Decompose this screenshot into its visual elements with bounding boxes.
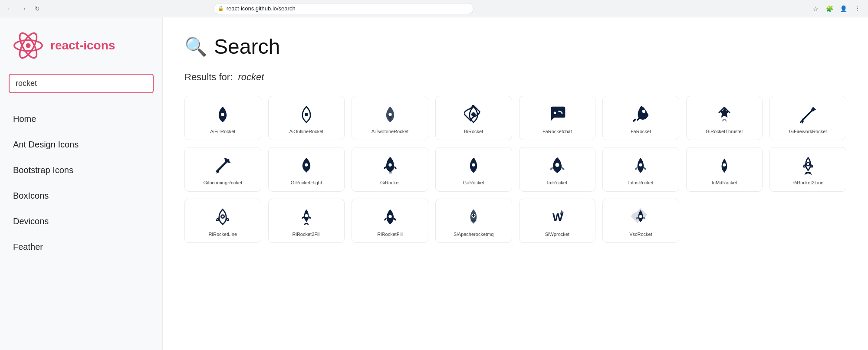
svg-point-12: [305, 164, 308, 167]
icon-label: RiRocketLine: [209, 231, 237, 237]
GiFireworkRocket-icon: [799, 105, 818, 124]
icon-card-RiRocketFill[interactable]: RiRocketFill: [352, 199, 428, 243]
icon-label: ImRocket: [547, 180, 567, 186]
icon-card-VscRocket[interactable]: VscRocket: [602, 199, 679, 243]
AiFillRocket-icon: [213, 105, 232, 124]
icon-label: FaRocket: [631, 128, 651, 134]
svg-point-21: [388, 215, 391, 218]
svg-point-19: [221, 215, 224, 218]
icon-label: SiApacherocketmq: [454, 231, 493, 237]
sidebar: react-icons Home Ant Design Icons Bootst…: [0, 17, 163, 350]
icon-card-IoMdRocket[interactable]: IoMdRocket: [686, 147, 763, 191]
icon-card-AiOutlineRocket[interactable]: AiOutlineRocket: [268, 96, 345, 140]
svg-point-18: [806, 163, 809, 166]
icon-label: SiWprocket: [545, 231, 569, 237]
icon-card-RiRocket2Line[interactable]: RiRocket2Line: [769, 147, 846, 191]
icon-card-SiApacherocketmq[interactable]: SiApacherocketmq: [435, 199, 512, 243]
results-for: Results for: rocket: [184, 72, 846, 83]
GiIncomingRocket-icon: [213, 156, 232, 175]
bookmark-star-icon[interactable]: ☆: [811, 3, 821, 14]
icon-card-FaRocketchat[interactable]: FaRocketchat: [519, 96, 596, 140]
icon-card-GiFireworkRocket[interactable]: GiFireworkRocket: [769, 96, 846, 140]
icon-label: FaRocketchat: [542, 128, 572, 134]
icon-label: GiIncomingRocket: [203, 180, 242, 186]
ImRocket-icon: [548, 156, 567, 175]
svg-point-14: [472, 164, 475, 167]
svg-point-15: [555, 163, 559, 167]
results-label-text: Results for:: [184, 72, 233, 82]
GiRocket-icon: [381, 156, 400, 175]
icon-label: GiFireworkRocket: [789, 128, 827, 134]
icon-card-AiTwotoneRocket[interactable]: AiTwotoneRocket: [352, 96, 428, 140]
FaRocket-icon: [631, 105, 650, 124]
sidebar-item-bootstrap-icons[interactable]: Bootstrap Icons: [0, 157, 162, 183]
url-text: react-icons.github.io/search: [227, 5, 296, 12]
sidebar-item-boxicons[interactable]: BoxIcons: [0, 183, 162, 209]
icon-card-RiRocketLine[interactable]: RiRocketLine: [184, 199, 261, 243]
icon-card-IoIosRocket[interactable]: IoIosRocket: [602, 147, 679, 191]
search-magnifier-icon: 🔍: [184, 36, 207, 57]
back-button[interactable]: ←: [5, 4, 14, 13]
icon-card-FaRocket[interactable]: FaRocket: [602, 96, 679, 140]
svg-point-16: [639, 164, 642, 167]
IoIosRocket-icon: [631, 156, 650, 175]
AiTwotoneRocket-icon: [381, 105, 400, 124]
icon-label: RiRocketFill: [377, 231, 403, 237]
GiRocketThruster-icon: [715, 105, 734, 124]
search-input[interactable]: [9, 74, 154, 93]
browser-chrome: ← → ↻ 🔒 react-icons.github.io/search ☆ 🧩…: [0, 0, 868, 17]
FaRocketchat-icon: [548, 105, 567, 124]
page-title: 🔍 Search: [184, 35, 846, 59]
svg-point-13: [388, 164, 391, 167]
sidebar-item-ant-design-icons[interactable]: Ant Design Icons: [0, 132, 162, 157]
GoRocket-icon: [464, 156, 483, 175]
menu-icon[interactable]: ⋮: [852, 3, 863, 14]
icon-card-GoRocket[interactable]: GoRocket: [435, 147, 512, 191]
icon-label: AiTwotoneRocket: [372, 128, 409, 134]
address-bar[interactable]: 🔒 react-icons.github.io/search: [213, 3, 473, 14]
logo-svg: [13, 30, 43, 61]
IoMdRocket-icon: [715, 156, 734, 175]
icon-card-GiIncomingRocket[interactable]: GiIncomingRocket: [184, 147, 261, 191]
icon-card-GiRocketFlight[interactable]: GiRocketFlight: [268, 147, 345, 191]
RiRocketLine-icon: [213, 208, 232, 227]
sidebar-item-home[interactable]: Home: [0, 106, 162, 132]
icon-card-ImRocket[interactable]: ImRocket: [519, 147, 596, 191]
icon-label: IoIosRocket: [628, 180, 653, 186]
SiWprocket-icon: W: [548, 208, 567, 227]
logo-text: react-icons: [50, 39, 115, 52]
main-content: 🔍 Search Results for: rocket AiFillRocke…: [163, 17, 868, 350]
icon-card-RiRocket2Fill[interactable]: RiRocket2Fill: [268, 199, 345, 243]
page-title-text: Search: [214, 35, 280, 59]
icon-label: GoRocket: [463, 180, 484, 186]
svg-point-24: [639, 215, 642, 218]
extensions-icon[interactable]: 🧩: [825, 3, 835, 14]
icon-label: AiFillRocket: [210, 128, 235, 134]
logo-area: react-icons: [0, 30, 162, 74]
reload-button[interactable]: ↻: [33, 4, 42, 13]
icon-card-BiRocket[interactable]: BiRocket: [435, 96, 512, 140]
AiOutlineRocket-icon: [297, 105, 316, 124]
icon-label: GiRocket: [380, 180, 400, 186]
svg-point-17: [723, 164, 726, 167]
sidebar-item-devicons[interactable]: Devicons: [0, 209, 162, 234]
sidebar-item-feather[interactable]: Feather: [0, 234, 162, 260]
icon-label: RiRocket2Line: [792, 180, 824, 186]
icon-label: AiOutlineRocket: [289, 128, 324, 134]
svg-point-20: [305, 214, 308, 217]
icon-card-GiRocketThruster[interactable]: GiRocketThruster: [686, 96, 763, 140]
svg-point-4: [305, 113, 308, 116]
SiApacherocketmq-icon: [464, 208, 483, 227]
icon-card-SiWprocket[interactable]: W SiWprocket: [519, 199, 596, 243]
icon-label: BiRocket: [464, 128, 483, 134]
profile-icon[interactable]: 👤: [838, 3, 849, 14]
VscRocket-icon: [631, 208, 650, 227]
browser-actions: ☆ 🧩 👤 ⋮: [811, 3, 863, 14]
icon-card-AiFillRocket[interactable]: AiFillRocket: [184, 96, 261, 140]
RiRocketFill-icon: [381, 208, 400, 227]
forward-button[interactable]: →: [19, 4, 28, 13]
icon-card-GiRocket[interactable]: GiRocket: [352, 147, 428, 191]
icon-label: GiRocketFlight: [291, 180, 322, 186]
RiRocket2Line-icon: [799, 156, 818, 175]
GiRocketFlight-icon: [297, 156, 316, 175]
